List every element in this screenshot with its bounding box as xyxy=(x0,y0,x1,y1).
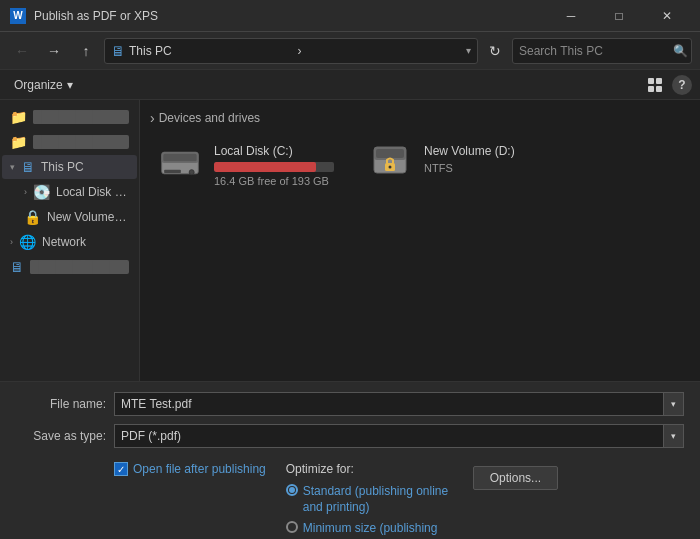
drive-d-info: New Volume (D:) NTFS xyxy=(424,144,515,174)
main-area: 📁 ████████ 📁 ████████ ▾ 🖥 This PC › 💽 Lo… xyxy=(0,100,700,381)
sidebar-local-disk-label: Local Disk (C:) xyxy=(56,185,129,199)
back-button[interactable]: ← xyxy=(8,37,36,65)
disk-icon: 💽 xyxy=(33,184,50,200)
sidebar-extra-label: ██████ █████ xyxy=(30,260,129,274)
sidebar-folder1-label: ████████ xyxy=(33,110,129,124)
drive-c-bar-container xyxy=(214,162,334,172)
filename-input[interactable] xyxy=(114,392,664,416)
radio-minimum-label: Minimum size (publishing online) xyxy=(303,521,453,539)
svg-point-7 xyxy=(189,170,194,175)
organize-button[interactable]: Organize ▾ xyxy=(8,75,79,95)
hdd-icon-c xyxy=(156,144,204,182)
checkbox-icon: ✓ xyxy=(114,462,128,476)
refresh-button[interactable]: ↻ xyxy=(482,38,508,64)
toolbar: Organize ▾ ? xyxy=(0,70,700,100)
extra-icon: 🖥 xyxy=(10,259,24,275)
help-button[interactable]: ? xyxy=(672,75,692,95)
title-bar-controls: ─ □ ✕ xyxy=(548,0,690,32)
sidebar-item-network[interactable]: › 🌐 Network xyxy=(2,230,137,254)
sidebar: 📁 ████████ 📁 ████████ ▾ 🖥 This PC › 💽 Lo… xyxy=(0,100,140,381)
folder-icon: 📁 xyxy=(10,109,27,125)
toolbar-right: ? xyxy=(642,72,692,98)
svg-rect-11 xyxy=(376,149,404,158)
address-bar[interactable]: 🖥 This PC › ▾ xyxy=(104,38,478,64)
chevron-down-icon: ▾ xyxy=(10,162,15,172)
radio-minimum-button[interactable] xyxy=(286,521,298,533)
minimize-button[interactable]: ─ xyxy=(548,0,594,32)
savetype-input-wrapper: ▾ xyxy=(114,424,684,448)
search-input[interactable] xyxy=(519,44,669,58)
network-icon: 🌐 xyxy=(19,234,36,250)
file-browser: Devices and drives Local Disk (C:) xyxy=(140,100,700,381)
drive-item-d[interactable]: New Volume (D:) NTFS xyxy=(360,138,521,193)
filename-label: File name: xyxy=(16,397,106,411)
sidebar-item-folder2[interactable]: 📁 ████████ xyxy=(2,130,137,154)
app-icon: W xyxy=(10,8,26,24)
drive-c-info: Local Disk (C:) 16.4 GB free of 193 GB xyxy=(214,144,334,187)
radio-minimum[interactable]: Minimum size (publishing online) xyxy=(286,521,453,539)
sidebar-item-this-pc[interactable]: ▾ 🖥 This PC xyxy=(2,155,137,179)
navigation-bar: ← → ↑ 🖥 This PC › ▾ ↻ 🔍 xyxy=(0,32,700,70)
svg-rect-3 xyxy=(656,86,662,92)
view-toggle-button[interactable] xyxy=(642,72,668,98)
options-row: ✓ Open file after publishing Optimize fo… xyxy=(16,456,684,539)
sidebar-folder2-label: ████████ xyxy=(33,135,129,149)
radio-standard-label: Standard (publishing online and printing… xyxy=(303,484,453,515)
savetype-dropdown-button[interactable]: ▾ xyxy=(664,424,684,448)
svg-point-13 xyxy=(389,166,392,169)
pc-icon: 🖥 xyxy=(111,43,125,59)
svg-rect-2 xyxy=(648,86,654,92)
lock-icon-d xyxy=(366,144,414,182)
options-btn-wrapper: Options... xyxy=(473,462,558,492)
svg-rect-1 xyxy=(656,78,662,84)
maximize-button[interactable]: □ xyxy=(596,0,642,32)
options-button[interactable]: Options... xyxy=(473,466,558,490)
optimize-section: Optimize for: Standard (publishing onlin… xyxy=(286,462,453,539)
savetype-row: Save as type: ▾ xyxy=(16,424,684,448)
computer-icon: 🖥 xyxy=(21,159,35,175)
savetype-input[interactable] xyxy=(114,424,664,448)
drive-d-subtitle: NTFS xyxy=(424,162,515,174)
title-bar: W Publish as PDF or XPS ─ □ ✕ xyxy=(0,0,700,32)
form-area: File name: ▾ Save as type: ▾ ✓ Open file… xyxy=(0,381,700,539)
address-text: This PC xyxy=(129,44,294,58)
radio-group: Standard (publishing online and printing… xyxy=(286,484,453,539)
sidebar-item-extra[interactable]: 🖥 ██████ █████ xyxy=(2,255,137,279)
chevron-right-icon: › xyxy=(24,187,27,197)
up-button[interactable]: ↑ xyxy=(72,37,100,65)
folder-icon: 📁 xyxy=(10,134,27,150)
filename-row: File name: ▾ xyxy=(16,392,684,416)
drives-grid: Local Disk (C:) 16.4 GB free of 193 GB xyxy=(150,138,690,193)
forward-button[interactable]: → xyxy=(40,37,68,65)
drive-c-name: Local Disk (C:) xyxy=(214,144,334,158)
sidebar-item-folder1[interactable]: 📁 ████████ xyxy=(2,105,137,129)
sidebar-this-pc-label: This PC xyxy=(41,160,129,174)
sidebar-network-label: Network xyxy=(42,235,129,249)
chevron-right-icon: › xyxy=(10,237,13,247)
optimize-label: Optimize for: xyxy=(286,462,453,476)
svg-rect-8 xyxy=(164,170,181,173)
close-button[interactable]: ✕ xyxy=(644,0,690,32)
filename-dropdown-button[interactable]: ▾ xyxy=(664,392,684,416)
sidebar-item-new-volume[interactable]: 🔒 New Volume (D: xyxy=(2,205,137,229)
radio-standard[interactable]: Standard (publishing online and printing… xyxy=(286,484,453,515)
filename-input-wrapper: ▾ xyxy=(114,392,684,416)
address-separator: › xyxy=(298,44,463,58)
svg-rect-0 xyxy=(648,78,654,84)
lock-drive-icon: 🔒 xyxy=(24,209,41,225)
drive-c-bar xyxy=(214,162,316,172)
address-dropdown-arrow[interactable]: ▾ xyxy=(466,45,471,56)
sidebar-item-local-disk[interactable]: › 💽 Local Disk (C:) xyxy=(2,180,137,204)
search-icon: 🔍 xyxy=(673,44,688,58)
search-box[interactable]: 🔍 xyxy=(512,38,692,64)
open-after-publish-checkbox[interactable]: ✓ Open file after publishing xyxy=(114,462,266,476)
drive-d-name: New Volume (D:) xyxy=(424,144,515,158)
section-header: Devices and drives xyxy=(150,110,690,126)
radio-standard-button[interactable] xyxy=(286,484,298,496)
sidebar-new-volume-label: New Volume (D: xyxy=(47,210,129,224)
drive-c-size: 16.4 GB free of 193 GB xyxy=(214,175,334,187)
title-bar-text: Publish as PDF or XPS xyxy=(34,9,158,23)
savetype-label: Save as type: xyxy=(16,429,106,443)
drive-item-c[interactable]: Local Disk (C:) 16.4 GB free of 193 GB xyxy=(150,138,340,193)
checkbox-label: Open file after publishing xyxy=(133,462,266,476)
